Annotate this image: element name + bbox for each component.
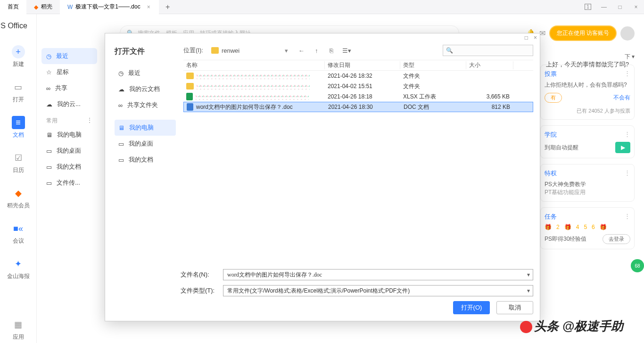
location-label: 位置(I): bbox=[183, 46, 203, 55]
dialog-maximize-icon[interactable]: □ bbox=[525, 34, 528, 39]
filename-input[interactable]: word文档中的图片如何导出保存？.doc bbox=[223, 269, 533, 280]
desktop-icon: ▭ bbox=[118, 140, 124, 147]
dlg-nav-cloud[interactable]: ☁我的云文档 bbox=[115, 81, 176, 97]
dlg-nav-desktop[interactable]: ▭我的桌面 bbox=[115, 136, 176, 152]
dlg-nav-sharefolder[interactable]: ∞共享文件夹 bbox=[115, 97, 176, 113]
redacted-name bbox=[197, 73, 310, 79]
dialog-close-icon[interactable]: × bbox=[534, 34, 537, 39]
cancel-button[interactable]: 取消 bbox=[496, 301, 533, 314]
dlg-nav-pc[interactable]: 🖥我的电脑 bbox=[115, 120, 176, 136]
filetype-label: 文件类型(T): bbox=[181, 286, 218, 295]
open-file-dialog: □ × 打开文件 ◷最近 ☁我的云文档 ∞共享文件夹 🖥我的电脑 ▭我的桌面 ▭… bbox=[105, 33, 540, 321]
share-icon: ∞ bbox=[118, 102, 123, 109]
filetype-select[interactable]: 常用文件(文字/Word格式;表格/Excel格式;演示/PowerPoint格… bbox=[223, 285, 533, 296]
dialog-sidebar: 打开文件 ◷最近 ☁我的云文档 ∞共享文件夹 🖥我的电脑 ▭我的桌面 ▭我的文档 bbox=[105, 40, 181, 264]
dlg-nav-docs[interactable]: ▭我的文档 bbox=[115, 152, 176, 168]
dialog-overlay: □ × 打开文件 ◷最近 ☁我的云文档 ∞共享文件夹 🖥我的电脑 ▭我的桌面 ▭… bbox=[0, 0, 644, 343]
table-row[interactable]: 2021-04-26 18:32 文件夹 bbox=[183, 71, 533, 81]
redacted-name bbox=[196, 93, 309, 100]
filename-label: 文件名(N): bbox=[181, 270, 218, 279]
redacted-name bbox=[197, 83, 310, 90]
col-size[interactable]: 大小 bbox=[466, 61, 513, 69]
col-name[interactable]: 名称 bbox=[183, 61, 325, 69]
up-icon[interactable]: ↑ bbox=[311, 45, 322, 56]
dialog-toolbar: 位置(I): renwei▾ ← ↑ ⎘ ☰▾ 🔍 bbox=[183, 45, 533, 56]
doc-icon bbox=[187, 103, 193, 111]
folder-icon bbox=[186, 73, 194, 79]
file-list: 名称 修改日期 类型 大小 2021-04-26 18:32 文件夹 2021-… bbox=[183, 60, 533, 264]
search-icon: 🔍 bbox=[446, 47, 453, 54]
pc-icon: 🖥 bbox=[118, 124, 124, 131]
clock-icon: ◷ bbox=[118, 70, 124, 77]
folder-icon bbox=[211, 47, 219, 54]
dlg-nav-recent[interactable]: ◷最近 bbox=[115, 65, 176, 81]
table-row-selected[interactable]: word文档中的图片如何导出保存？.doc 2021-04-26 18:30 D… bbox=[183, 102, 533, 112]
xlsx-icon bbox=[186, 93, 193, 100]
file-list-header[interactable]: 名称 修改日期 类型 大小 bbox=[183, 60, 533, 71]
table-row[interactable]: 2021-04-02 15:51 文件夹 bbox=[183, 81, 533, 91]
back-icon[interactable]: ← bbox=[296, 45, 306, 56]
folder-icon: ▭ bbox=[118, 156, 124, 163]
col-type[interactable]: 类型 bbox=[400, 61, 466, 69]
table-row[interactable]: 2021-04-26 18:18 XLSX 工作表 3,665 KB bbox=[183, 91, 533, 102]
dialog-title: 打开文件 bbox=[115, 47, 176, 57]
location-dropdown[interactable]: renwei▾ bbox=[208, 46, 291, 56]
cloud-icon: ☁ bbox=[118, 86, 124, 93]
view-icon[interactable]: ☰▾ bbox=[341, 45, 352, 56]
dialog-search-input[interactable]: 🔍 bbox=[443, 45, 533, 56]
open-button[interactable]: 打开(O) bbox=[453, 301, 490, 314]
new-folder-icon[interactable]: ⎘ bbox=[326, 45, 337, 56]
folder-icon bbox=[186, 83, 194, 90]
dialog-bottom: 文件名(N): word文档中的图片如何导出保存？.doc 文件类型(T): 常… bbox=[105, 264, 540, 321]
col-date[interactable]: 修改日期 bbox=[325, 61, 400, 69]
